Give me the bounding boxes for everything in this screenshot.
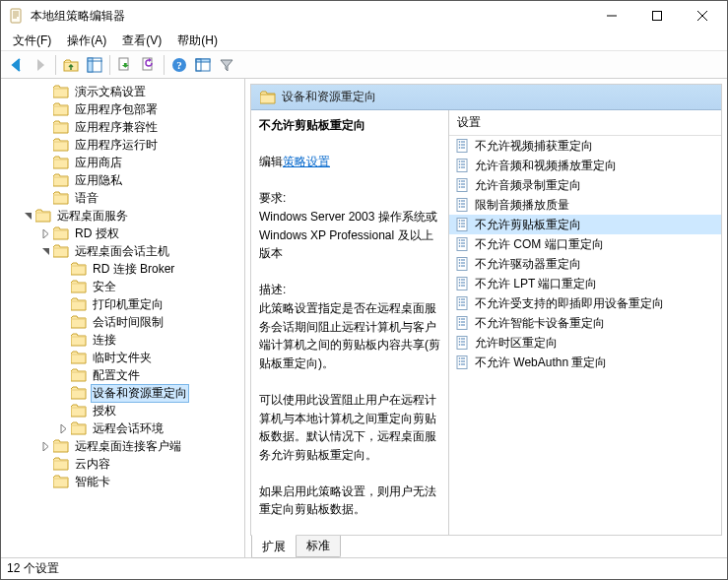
help-button[interactable]: ? (167, 53, 191, 77)
forward-button[interactable] (29, 53, 52, 77)
menu-view[interactable]: 查看(V) (114, 31, 169, 51)
tree-node[interactable]: 配置文件 (1, 366, 244, 384)
maximize-button[interactable] (634, 1, 680, 31)
tree-node[interactable]: 授权 (1, 402, 244, 419)
policy-icon (455, 354, 471, 370)
expand-icon[interactable] (38, 226, 52, 240)
settings-list-item[interactable]: 不允许驱动器重定向 (449, 254, 721, 274)
back-button[interactable] (5, 53, 29, 77)
app-icon (9, 8, 25, 24)
tree-node[interactable]: 应用隐私 (1, 171, 244, 189)
tree-node[interactable]: 连接 (1, 331, 244, 349)
svg-point-79 (459, 301, 461, 303)
tree-node[interactable]: RD 连接 Broker (1, 260, 244, 278)
tree-node[interactable]: 设备和资源重定向 (1, 384, 244, 402)
svg-point-58 (459, 242, 461, 244)
folder-icon (71, 368, 87, 382)
svg-point-77 (459, 298, 461, 300)
edit-label: 编辑 (259, 155, 283, 168)
collapse-icon[interactable] (21, 209, 34, 223)
tree-node[interactable]: 智能卡 (1, 473, 244, 490)
settings-list-item[interactable]: 不允许 WebAuthn 重定向 (449, 353, 721, 372)
svg-point-56 (459, 239, 461, 241)
folder-icon (53, 138, 69, 152)
settings-list-item[interactable]: 允许音频和视频播放重定向 (449, 156, 721, 175)
settings-list-item[interactable]: 允许音频录制重定向 (449, 175, 721, 195)
tree-node-label: 应用商店 (73, 155, 124, 171)
description-text-3: 如果启用此策略设置，则用户无法重定向剪贴板数据。 (259, 484, 436, 517)
menu-file[interactable]: 文件(F) (5, 31, 59, 51)
expand-icon[interactable] (38, 439, 52, 453)
tree-node-label: 应用程序运行时 (73, 137, 160, 154)
settings-list-item[interactable]: 不允许智能卡设备重定向 (449, 313, 721, 333)
folder-icon (35, 209, 51, 223)
close-button[interactable] (680, 1, 725, 31)
policy-icon (455, 335, 471, 351)
svg-rect-90 (457, 337, 467, 350)
svg-point-32 (459, 166, 461, 168)
svg-rect-69 (457, 278, 467, 290)
refresh-button[interactable] (137, 53, 161, 77)
up-button[interactable] (59, 53, 83, 77)
tree-node[interactable]: 远程桌面连接客户端 (1, 437, 244, 455)
folder-icon (53, 173, 69, 187)
svg-point-49 (459, 220, 461, 222)
svg-rect-41 (457, 199, 467, 212)
tree-node[interactable]: 远程会话环境 (1, 419, 244, 437)
settings-list[interactable]: 不允许视频捕获重定向允许音频和视频播放重定向允许音频录制重定向限制音频播放质量不… (449, 136, 721, 535)
svg-point-74 (459, 285, 461, 287)
settings-list-item[interactable]: 不允许 LPT 端口重定向 (449, 274, 721, 293)
folder-icon (53, 226, 69, 240)
tree-node[interactable]: 打印机重定向 (1, 295, 244, 313)
settings-list-item[interactable]: 不允许视频捕获重定向 (449, 136, 721, 156)
details-button[interactable] (191, 53, 215, 77)
status-text: 12 个设置 (7, 560, 59, 577)
svg-point-81 (459, 304, 461, 306)
tree-node[interactable]: 安全 (1, 278, 244, 295)
collapse-icon[interactable] (38, 244, 52, 258)
policy-icon (455, 177, 471, 193)
export-button[interactable] (113, 53, 137, 77)
edit-policy-link[interactable]: 策略设置 (283, 155, 330, 168)
titlebar: 本地组策略编辑器 (1, 1, 727, 31)
policy-icon (455, 256, 471, 272)
tree-node[interactable]: 语音 (1, 189, 244, 207)
tree-node[interactable]: 远程桌面会话主机 (1, 242, 244, 260)
expand-icon[interactable] (56, 421, 70, 435)
tab-extended[interactable]: 扩展 (251, 535, 297, 558)
settings-item-label: 不允许 WebAuthn 重定向 (475, 354, 607, 371)
settings-list-item[interactable]: 允许时区重定向 (449, 333, 721, 353)
policy-icon (455, 138, 471, 154)
tree-node[interactable]: 会话时间限制 (1, 313, 244, 331)
tab-standard[interactable]: 标准 (296, 536, 341, 557)
settings-list-item[interactable]: 不允许受支持的即插即用设备重定向 (449, 293, 721, 313)
svg-point-72 (459, 282, 461, 284)
tree-node[interactable]: 应用程序包部署 (1, 100, 244, 118)
menu-action[interactable]: 操作(A) (59, 31, 114, 51)
tree-node[interactable]: 演示文稿设置 (1, 83, 244, 100)
svg-point-63 (459, 259, 461, 261)
settings-list-item[interactable]: 不允许剪贴板重定向 (449, 215, 721, 234)
settings-column-header[interactable]: 设置 (449, 110, 721, 136)
tree-node-label: 打印机重定向 (91, 296, 165, 313)
svg-rect-6 (653, 12, 662, 21)
show-hide-tree-button[interactable] (83, 53, 106, 77)
menu-help[interactable]: 帮助(H) (169, 31, 226, 51)
tree-node[interactable]: 远程桌面服务 (1, 207, 244, 225)
tree-node[interactable]: 临时文件夹 (1, 349, 244, 366)
tree-node[interactable]: 云内容 (1, 455, 244, 473)
settings-list-item[interactable]: 不允许 COM 端口重定向 (449, 234, 721, 254)
folder-icon (71, 421, 87, 435)
svg-rect-62 (457, 258, 467, 271)
filter-button[interactable] (215, 53, 238, 77)
minimize-button[interactable] (589, 1, 634, 31)
tree-node[interactable]: RD 授权 (1, 225, 244, 242)
tree-node-label: 应用程序包部署 (73, 101, 160, 118)
tree-pane[interactable]: 演示文稿设置应用程序包部署应用程序兼容性应用程序运行时应用商店应用隐私语音远程桌… (1, 79, 245, 557)
tree-node[interactable]: 应用程序运行时 (1, 136, 244, 154)
settings-list-item[interactable]: 限制音频播放质量 (449, 195, 721, 215)
settings-item-label: 不允许视频捕获重定向 (475, 138, 593, 155)
tree-node[interactable]: 应用商店 (1, 154, 244, 171)
tree-node[interactable]: 应用程序兼容性 (1, 118, 244, 136)
svg-point-84 (459, 318, 461, 320)
